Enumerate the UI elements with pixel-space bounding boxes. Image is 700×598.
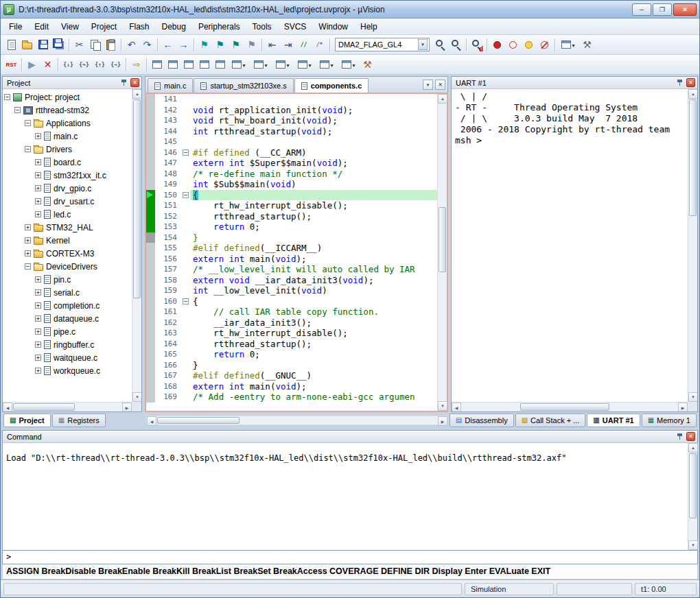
menu-debug[interactable]: Debug [156,20,192,34]
undo-button[interactable]: ↶ [124,37,139,53]
menu-svcs[interactable]: SVCS [278,20,313,34]
tree-item-drv-gpio-c[interactable]: +drv_gpio.c [3,182,132,195]
scrollbar-thumb[interactable] [133,99,141,298]
code-text[interactable]: rtthread_startup(); [190,339,437,350]
pin-icon[interactable] [120,78,128,87]
kill-all-breakpoints-button[interactable] [537,37,552,53]
code-text[interactable]: int rtthread_startup(void); [190,126,437,137]
tree-item-completion-c[interactable]: +completion.c [3,299,132,312]
menu-project[interactable]: Project [85,20,123,34]
indent-right-button[interactable]: ⇥ [280,37,296,53]
dropdown-arrow-icon[interactable] [418,39,428,50]
panel-tab-disassembly[interactable]: ▤Disassembly [450,414,514,427]
expander-icon[interactable]: + [35,133,41,139]
expander-icon[interactable]: − [25,146,31,152]
scroll-down-icon[interactable] [688,540,698,550]
scroll-down-icon[interactable] [688,392,697,402]
tree-item-devicedrivers[interactable]: −DeviceDrivers [3,260,132,273]
configure-target-button[interactable]: ⚒ [579,37,595,53]
tree-item-kernel[interactable]: +Kernel [3,234,132,247]
uncomment-selection-button[interactable]: /* [312,37,327,53]
scroll-left-icon[interactable] [452,403,461,411]
panel-close-icon[interactable] [130,78,139,87]
code-editor[interactable]: 141142void rt_application_init(void);143… [146,94,447,411]
call-stack-window-button[interactable] [212,57,228,73]
panel-tab-memory-1[interactable]: ▦Memory 1 [642,414,697,427]
scroll-right-icon[interactable] [678,403,688,411]
code-text[interactable]: rt_hw_interrupt_disable(); [190,328,437,339]
scroll-down-icon[interactable] [132,392,141,402]
save-button[interactable] [35,37,51,53]
scroll-right-icon[interactable] [438,416,447,426]
scroll-up-icon[interactable] [688,89,697,99]
editor-horizontal-scrollbar[interactable] [146,416,448,425]
panel-close-icon[interactable] [686,78,695,87]
expander-icon[interactable]: + [35,172,41,178]
tree-item-rtthread-stm32[interactable]: −rtthread-stm32 [3,104,132,117]
scroll-left-icon[interactable] [147,416,156,426]
expander-icon[interactable]: + [25,237,31,243]
tree-item-project-project[interactable]: −Project: project [3,91,132,104]
code-text[interactable]: // call IAR table copy function. [190,307,437,318]
command-vertical-scrollbar[interactable] [688,443,697,550]
tree-item-pin-c[interactable]: +pin.c [3,273,132,286]
scrollbar-thumb[interactable] [689,99,697,216]
expander-icon[interactable]: − [14,107,21,113]
uart-horizontal-scrollbar[interactable] [452,402,688,411]
find-in-files-combo[interactable]: DMA2_FLAG_GL4 [335,38,430,51]
redo-button[interactable]: ↷ [139,37,155,53]
code-text[interactable]: int $Sub$$main(void) [190,179,437,190]
tab-list-dropdown-icon[interactable] [423,80,433,90]
tree-item-main-c[interactable]: +main.c [3,130,132,143]
code-text[interactable]: return 0; [190,349,437,360]
pin-icon[interactable] [676,432,684,441]
tab-close-icon[interactable] [435,80,445,90]
code-text[interactable]: /* re-define main function */ [190,169,437,180]
expander-icon[interactable]: + [35,211,41,217]
system-viewer-button[interactable] [338,57,360,73]
watch-window-button[interactable] [228,57,250,73]
tree-item-stm32f1xx-it-c[interactable]: +stm32f1xx_it.c [3,169,132,182]
tree-item-dataqueue-c[interactable]: +dataqueue.c [3,312,132,325]
scroll-down-icon[interactable] [438,401,447,411]
tree-item-workqueue-c[interactable]: +workqueue.c [3,364,132,377]
expander-icon[interactable]: − [25,120,31,126]
find-button[interactable] [448,37,464,53]
minimize-button[interactable] [632,3,651,16]
scrollbar-thumb[interactable] [157,417,240,424]
scroll-up-icon[interactable] [132,89,141,99]
expander-icon[interactable]: + [35,185,41,191]
enable-disable-breakpoint-button[interactable] [505,37,521,53]
editor-tab-startup-stm32f103xe-s[interactable]: startup_stm32f103xe.s [194,78,293,93]
disable-all-breakpoints-button[interactable] [521,37,537,53]
stop-button[interactable]: ✕ [40,57,56,73]
panel-tab-project[interactable]: ▤Project [3,414,51,427]
tree-item-ringbuffer-c[interactable]: +ringbuffer.c [3,338,132,351]
uart-vertical-scrollbar[interactable] [688,89,697,402]
toolbox-button[interactable]: ⚒ [360,57,375,73]
tree-item-applications[interactable]: −Applications [3,117,132,130]
menu-view[interactable]: View [55,20,85,34]
code-text[interactable] [190,94,437,105]
code-text[interactable]: extern int main(void); [190,381,437,392]
start-stop-debug-session-button[interactable]: d [469,37,485,53]
code-text[interactable]: #elif defined(__GNUC__) [190,370,437,381]
tree-item-board-c[interactable]: +board.c [3,156,132,169]
paste-button[interactable] [103,37,119,53]
show-current-statement-button[interactable]: ⇒ [128,57,144,73]
scroll-up-icon[interactable] [688,443,698,453]
reset-cpu-button[interactable]: RST [3,57,19,73]
cut-button[interactable]: ✂ [71,37,87,53]
registers-window-button[interactable] [196,57,212,73]
memory-window-button[interactable] [250,57,272,73]
code-text[interactable]: int __low_level_init(void) [190,285,437,296]
save-all-button[interactable] [51,37,67,53]
copy-button[interactable] [87,37,103,53]
open-file-button[interactable] [19,37,35,53]
find-in-files-button[interactable] [432,37,448,53]
expander-icon[interactable]: + [35,328,41,335]
code-text[interactable]: rtthread_startup(); [190,211,437,222]
code-text[interactable]: extern int $Super$$main(void); [190,158,437,169]
disassembly-window-button[interactable] [165,57,180,73]
scroll-left-icon[interactable] [3,403,12,411]
